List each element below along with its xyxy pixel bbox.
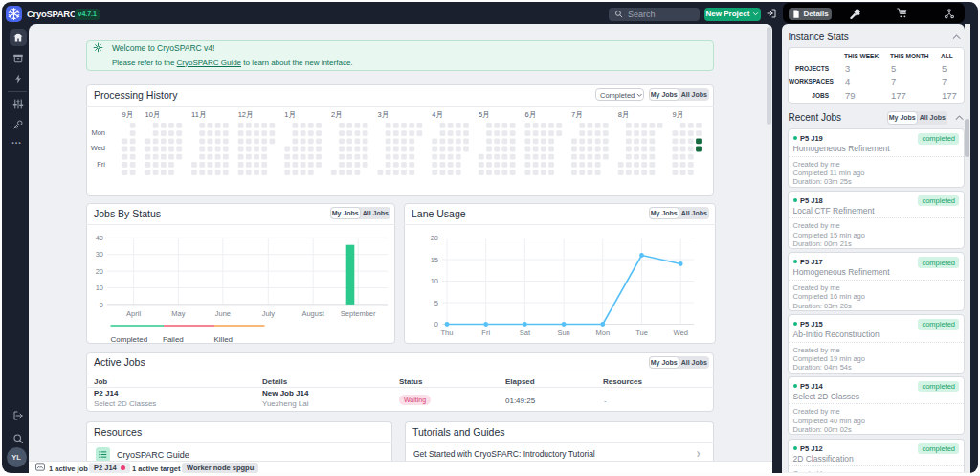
svg-text:Tue: Tue xyxy=(635,329,648,337)
svg-text:10: 10 xyxy=(431,277,438,285)
svg-text:Mon: Mon xyxy=(596,329,611,337)
svg-text:Thu: Thu xyxy=(441,329,454,337)
svg-text:15: 15 xyxy=(431,256,438,264)
svg-text:Fri: Fri xyxy=(481,329,490,337)
svg-text:5: 5 xyxy=(434,299,438,307)
svg-text:0: 0 xyxy=(434,320,438,329)
svg-text:20: 20 xyxy=(431,234,438,242)
svg-text:Sun: Sun xyxy=(557,329,569,337)
svg-text:Wed: Wed xyxy=(674,329,688,337)
svg-text:Sat: Sat xyxy=(520,329,531,337)
